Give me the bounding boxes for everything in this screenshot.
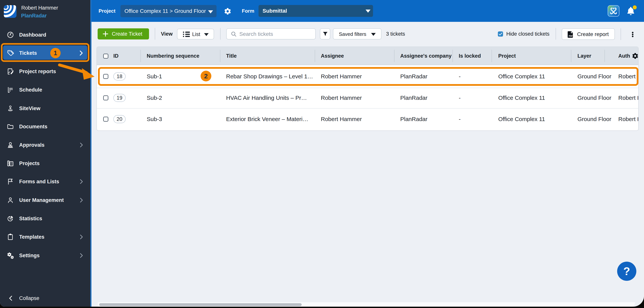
svg-text:PDF: PDF xyxy=(569,35,573,37)
